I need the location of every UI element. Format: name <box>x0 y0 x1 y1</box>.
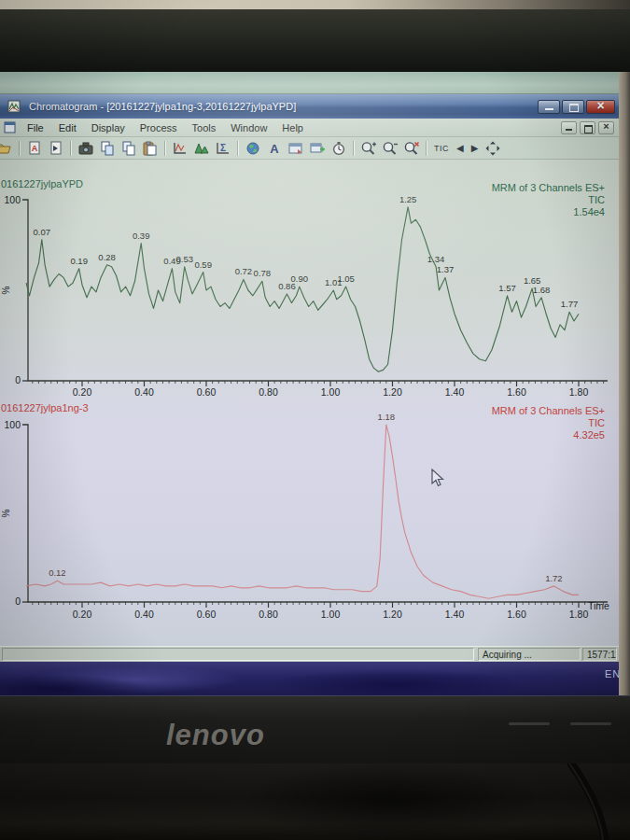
svg-text:0161227jylpa1ng-3: 0161227jylpa1ng-3 <box>1 402 89 413</box>
svg-text:0.80: 0.80 <box>259 609 278 620</box>
svg-text:1.80: 1.80 <box>569 386 589 398</box>
mdi-minimize-button[interactable] <box>561 121 577 134</box>
svg-text:Time: Time <box>588 600 609 611</box>
svg-text:1.37: 1.37 <box>437 264 455 274</box>
svg-text:%: % <box>1 286 11 294</box>
svg-text:0.12: 0.12 <box>49 567 66 578</box>
svg-text:A: A <box>270 142 279 156</box>
print-chart-icon[interactable] <box>46 140 65 157</box>
monitor-bezel-right <box>619 72 630 695</box>
copy-picture-icon[interactable] <box>76 140 95 157</box>
menu-item-file[interactable]: File <box>20 120 51 135</box>
lenovo-logo: lenovo <box>166 719 265 752</box>
status-panel-main <box>2 648 474 661</box>
svg-text:0.07: 0.07 <box>34 227 51 237</box>
svg-text:1.40: 1.40 <box>445 609 465 620</box>
desk-area <box>0 763 630 840</box>
svg-text:0.20: 0.20 <box>73 609 92 620</box>
svg-text:100: 100 <box>4 194 21 205</box>
svg-text:100: 100 <box>4 419 21 430</box>
globe-icon[interactable] <box>243 140 262 157</box>
svg-text:TIC: TIC <box>588 417 605 428</box>
svg-text:1.00: 1.00 <box>321 609 341 620</box>
menu-item-window[interactable]: Window <box>223 120 274 135</box>
svg-text:1.18: 1.18 <box>378 412 396 422</box>
language-indicator[interactable]: EN <box>605 668 619 679</box>
svg-text:0.28: 0.28 <box>98 252 116 262</box>
integrate-icon[interactable]: Σ <box>213 140 232 157</box>
toolbar-separator <box>237 141 238 156</box>
menu-item-process[interactable]: Process <box>133 120 185 135</box>
svg-text:0.60: 0.60 <box>197 609 217 620</box>
monitor-screen: Chromatogram - [20161227jylpa1ng-3,20161… <box>0 72 619 695</box>
next-arrow-icon[interactable]: ▶ <box>469 143 482 153</box>
toolbar-separator <box>426 141 427 156</box>
chromatogram-app-icon <box>7 100 21 113</box>
svg-text:Σ: Σ <box>219 143 225 153</box>
print-text-icon[interactable]: A <box>24 140 44 157</box>
mdi-close-button[interactable] <box>598 121 614 134</box>
zoom-out-icon[interactable] <box>380 140 399 157</box>
svg-text:0.90: 0.90 <box>291 273 309 284</box>
tic-toolbar-label[interactable]: TIC <box>431 144 452 153</box>
power-cable <box>523 763 630 840</box>
toolbar: A Σ A TIC ◀ ▶ <box>0 137 619 160</box>
svg-text:MRM of 3 Channels ES+: MRM of 3 Channels ES+ <box>492 405 605 416</box>
svg-text:1.77: 1.77 <box>561 299 579 309</box>
menu-bar: FileEditDisplayProcessToolsWindowHelp <box>0 119 619 137</box>
desktop-taskbar-area: EN <box>0 662 619 695</box>
annotate-icon[interactable]: A <box>264 140 284 157</box>
copy-icon[interactable] <box>97 140 117 157</box>
svg-text:0.19: 0.19 <box>70 256 88 266</box>
autoscale-icon[interactable] <box>483 140 502 157</box>
svg-text:A: A <box>31 144 37 153</box>
svg-text:0.39: 0.39 <box>133 231 150 241</box>
close-button[interactable] <box>586 100 615 114</box>
svg-text:1.20: 1.20 <box>383 609 402 620</box>
monitor-shadow <box>243 763 541 838</box>
window-titlebar[interactable]: Chromatogram - [20161227jylpa1ng-3,20161… <box>0 94 619 119</box>
svg-text:0.80: 0.80 <box>259 386 278 398</box>
display-trace-icon[interactable] <box>170 140 189 157</box>
window-controls <box>538 100 615 114</box>
open-file-icon[interactable] <box>0 140 14 157</box>
chromatogram-plot-bottom[interactable]: 0.200.400.600.801.001.201.401.601.80Time… <box>0 398 619 646</box>
svg-text:1.60: 1.60 <box>507 609 526 620</box>
paste-icon[interactable] <box>140 140 160 157</box>
mdi-restore-button[interactable] <box>580 121 595 134</box>
svg-text:0.59: 0.59 <box>194 259 212 270</box>
svg-text:MRM of 3 Channels ES+: MRM of 3 Channels ES+ <box>492 182 605 193</box>
svg-text:0: 0 <box>15 595 21 607</box>
svg-text:1.34: 1.34 <box>427 254 445 264</box>
monitor-control-buttons[interactable] <box>509 722 619 725</box>
photo-of-monitor: Chromatogram - [20161227jylpa1ng-3,20161… <box>0 0 630 840</box>
copy-special-icon[interactable] <box>119 140 138 157</box>
chromatogram-plot-top[interactable]: 0.200.400.600.801.001.201.401.601.801000… <box>0 160 619 399</box>
menu-item-display[interactable]: Display <box>84 120 133 135</box>
svg-text:0.40: 0.40 <box>134 609 154 620</box>
svg-text:1.05: 1.05 <box>337 273 355 284</box>
window-add-icon[interactable] <box>307 140 327 157</box>
minimize-button[interactable] <box>538 100 560 114</box>
menu-item-edit[interactable]: Edit <box>51 120 84 135</box>
svg-text:%: % <box>1 509 11 517</box>
zoom-in-icon[interactable] <box>358 140 378 157</box>
zoom-reset-icon[interactable] <box>401 140 421 157</box>
peak-display-icon[interactable] <box>191 140 211 157</box>
mdi-window-controls <box>561 121 619 134</box>
svg-text:1.68: 1.68 <box>533 285 551 295</box>
toolbar-separator <box>353 141 354 156</box>
svg-text:1.40: 1.40 <box>445 386 465 398</box>
maximize-button[interactable] <box>562 100 584 114</box>
monitor-bezel-bottom: lenovo <box>0 695 630 763</box>
ceiling-strip <box>0 0 630 9</box>
menu-item-help[interactable]: Help <box>274 120 311 135</box>
toolbar-separator <box>70 141 71 156</box>
previous-arrow-icon[interactable]: ◀ <box>454 143 467 153</box>
window-layout-icon[interactable] <box>286 140 305 157</box>
stopwatch-icon[interactable] <box>329 140 348 157</box>
screen-top-band <box>0 72 619 94</box>
svg-text:1.20: 1.20 <box>383 386 402 398</box>
menu-item-tools[interactable]: Tools <box>185 120 224 135</box>
svg-text:1.57: 1.57 <box>498 283 516 293</box>
